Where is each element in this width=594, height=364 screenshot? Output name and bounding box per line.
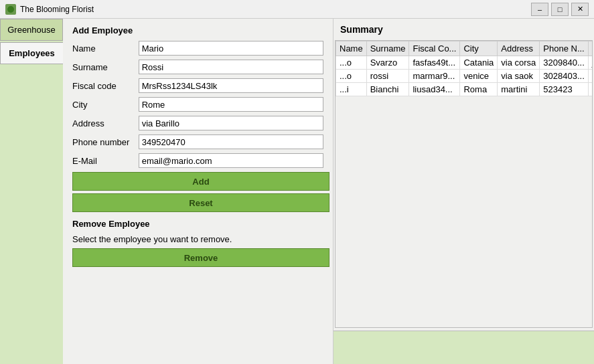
address-row: Address [72, 116, 323, 130]
summary-table: Name Surname Fiscal Co... City Address P… [336, 41, 593, 96]
address-label: Address [72, 118, 139, 128]
add-button[interactable]: Add [72, 172, 329, 191]
sidebar: Greenhouse Employees [0, 19, 63, 364]
city-label: City [72, 100, 139, 110]
phone-label: Phone number [72, 137, 139, 147]
sidebar-item-greenhouse[interactable]: Greenhouse [0, 19, 63, 41]
col-email: Ema [588, 41, 593, 56]
col-city: City [460, 41, 498, 56]
col-name: Name [336, 41, 367, 56]
col-address: Address [498, 41, 540, 56]
surname-input[interactable] [139, 60, 323, 74]
fiscal-code-row: Fiscal code [72, 78, 323, 93]
col-surname: Surname [366, 41, 409, 56]
name-label: Name [72, 43, 139, 54]
remove-button[interactable]: Remove [72, 248, 329, 267]
surname-row: Surname [72, 60, 323, 74]
app-title: The Blooming Florist [20, 5, 94, 14]
col-fiscal: Fiscal Co... [409, 41, 460, 56]
name-input[interactable] [139, 41, 323, 56]
close-button[interactable]: ✕ [571, 3, 589, 16]
table-header-row: Name Surname Fiscal Co... City Address P… [336, 41, 593, 56]
title-bar: The Blooming Florist – □ ✕ [0, 0, 594, 19]
city-input[interactable] [139, 97, 323, 112]
name-row: Name [72, 41, 323, 56]
remove-note: Select the employee you want to remove. [72, 234, 323, 244]
fiscal-code-input[interactable] [139, 78, 323, 93]
summary-panel: Summary Name Surname Fiscal Co... City A… [333, 19, 594, 364]
app-layout: Greenhouse Employees Add Employee Name S… [0, 19, 594, 364]
summary-title: Summary [333, 19, 594, 40]
maximize-button[interactable]: □ [551, 3, 569, 16]
remove-employee-title: Remove Employee [72, 219, 323, 229]
phone-row: Phone number [72, 134, 323, 149]
table-row[interactable]: ...iBianchiliusad34...Romamartini523423o… [336, 83, 593, 96]
reset-button[interactable]: Reset [72, 193, 329, 212]
address-input[interactable] [139, 116, 323, 130]
table-row[interactable]: ...oSvarzofasfas49t...Cataniavia corsa32… [336, 56, 593, 70]
svg-point-0 [7, 6, 14, 13]
email-row: E-Mail [72, 153, 323, 168]
app-icon [5, 4, 16, 15]
remove-section: Remove Employee Select the employee you … [72, 219, 323, 267]
city-row: City [72, 97, 323, 112]
col-phone: Phone N... [540, 41, 588, 56]
add-btn-row: Add [72, 172, 323, 191]
bottom-strip [333, 331, 594, 364]
window-controls: – □ ✕ [531, 3, 589, 16]
phone-input[interactable] [139, 134, 323, 149]
summary-table-wrapper[interactable]: Name Surname Fiscal Co... City Address P… [335, 40, 593, 328]
fiscal-code-label: Fiscal code [72, 81, 139, 91]
email-label: E-Mail [72, 156, 139, 166]
table-row[interactable]: ...orossimarmar9...venicevia saok3028403… [336, 70, 593, 83]
surname-label: Surname [72, 62, 139, 72]
minimize-button[interactable]: – [531, 3, 548, 16]
email-input[interactable] [139, 153, 323, 168]
main-content: Add Employee Name Surname Fiscal code Ci… [63, 19, 333, 364]
reset-btn-row: Reset [72, 193, 323, 212]
add-employee-title: Add Employee [72, 25, 323, 35]
sidebar-item-employees[interactable]: Employees [0, 42, 63, 64]
